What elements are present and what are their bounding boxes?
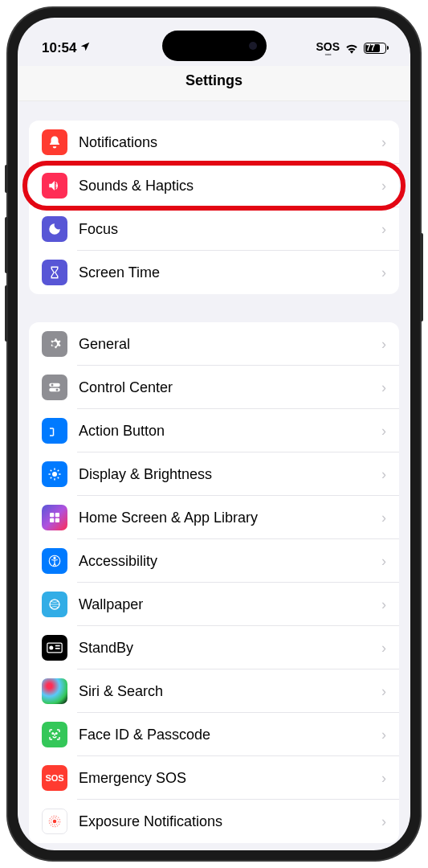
phone-frame: 10:54 SOS •••• 77 — [8, 8, 420, 860]
svg-point-17 — [56, 733, 58, 735]
row-label: Notifications — [79, 134, 381, 151]
svg-rect-1 — [49, 388, 60, 392]
chevron-right-icon: › — [381, 466, 386, 483]
chevron-right-icon: › — [381, 336, 386, 353]
svg-rect-6 — [55, 513, 59, 517]
chevron-right-icon: › — [381, 770, 386, 787]
battery-icon: 77 — [364, 43, 386, 54]
row-label: Sounds & Haptics — [79, 178, 381, 194]
sos-indicator: SOS •••• — [316, 39, 340, 56]
sounds-icon — [42, 173, 67, 199]
row-label: Accessibility — [79, 553, 381, 570]
chevron-right-icon: › — [381, 813, 386, 830]
chevron-right-icon: › — [381, 134, 386, 151]
face-id-icon — [42, 722, 67, 747]
settings-row-control-center[interactable]: Control Center › — [29, 366, 399, 409]
row-label: Face ID & Passcode — [79, 727, 381, 743]
settings-group-2: General › Control Center › Action Button… — [29, 322, 399, 843]
brightness-icon — [42, 461, 67, 487]
settings-row-face-id-passcode[interactable]: Face ID & Passcode › — [29, 713, 399, 756]
svg-rect-5 — [50, 513, 54, 517]
row-label: Control Center — [79, 379, 381, 396]
status-time: 10:54 — [42, 40, 76, 56]
settings-row-accessibility[interactable]: Accessibility › — [29, 539, 399, 583]
chevron-right-icon: › — [381, 379, 386, 396]
svg-point-3 — [56, 389, 59, 391]
chevron-right-icon: › — [381, 596, 386, 613]
row-label: Home Screen & App Library — [79, 510, 381, 526]
row-label: Emergency SOS — [79, 770, 381, 787]
svg-point-10 — [54, 557, 55, 559]
settings-row-standby[interactable]: StandBy › — [29, 626, 399, 669]
screen: 10:54 SOS •••• 77 — [18, 18, 410, 850]
side-button — [5, 217, 8, 273]
settings-row-display-brightness[interactable]: Display & Brightness › — [29, 452, 399, 496]
chevron-right-icon: › — [381, 221, 386, 238]
notifications-icon — [42, 129, 67, 155]
general-icon — [42, 331, 67, 357]
settings-row-wallpaper[interactable]: Wallpaper › — [29, 583, 399, 626]
chevron-right-icon: › — [381, 727, 386, 743]
row-label: Siri & Search — [79, 683, 381, 700]
row-label: Screen Time — [79, 264, 381, 281]
settings-row-exposure-notifications[interactable]: Exposure Notifications › — [29, 800, 399, 843]
svg-point-4 — [52, 472, 57, 477]
svg-point-13 — [49, 646, 53, 650]
row-label: Focus — [79, 221, 381, 238]
chevron-right-icon: › — [381, 178, 386, 194]
side-button — [5, 165, 8, 193]
row-label: Wallpaper — [79, 596, 381, 613]
control-center-icon — [42, 375, 67, 400]
chevron-right-icon: › — [381, 640, 386, 657]
row-label: General — [79, 336, 381, 353]
settings-row-focus[interactable]: Focus › — [29, 207, 399, 251]
side-button — [420, 233, 423, 321]
settings-row-sounds-haptics[interactable]: Sounds & Haptics › — [29, 164, 399, 207]
svg-rect-7 — [50, 518, 54, 522]
chevron-right-icon: › — [381, 423, 386, 440]
row-label: StandBy — [79, 640, 381, 657]
action-button-icon — [42, 418, 67, 444]
dynamic-island — [162, 31, 267, 61]
svg-point-2 — [51, 384, 54, 387]
focus-icon — [42, 216, 67, 242]
settings-row-emergency-sos[interactable]: SOS Emergency SOS › — [29, 756, 399, 800]
chevron-right-icon: › — [381, 683, 386, 700]
settings-group-1: Notifications › Sounds & Haptics › Focus — [29, 121, 399, 294]
svg-point-18 — [53, 820, 57, 824]
chevron-right-icon: › — [381, 510, 386, 526]
status-right: SOS •••• 77 — [316, 39, 386, 56]
svg-rect-0 — [49, 383, 60, 387]
settings-row-notifications[interactable]: Notifications › — [29, 121, 399, 164]
page-title: Settings — [18, 66, 410, 101]
settings-row-screen-time[interactable]: Screen Time › — [29, 251, 399, 294]
side-button — [5, 285, 8, 342]
svg-point-16 — [52, 733, 54, 735]
status-left: 10:54 — [42, 40, 91, 56]
emergency-sos-icon: SOS — [42, 765, 67, 791]
settings-content[interactable]: Notifications › Sounds & Haptics › Focus — [18, 101, 410, 850]
accessibility-icon — [42, 548, 67, 574]
settings-row-siri-search[interactable]: Siri & Search › — [29, 669, 399, 713]
siri-icon — [42, 678, 67, 704]
home-screen-icon — [42, 505, 67, 530]
svg-rect-8 — [55, 518, 59, 522]
camera-dot — [249, 42, 257, 50]
row-label: Action Button — [79, 423, 381, 440]
svg-rect-14 — [55, 645, 60, 647]
chevron-right-icon: › — [381, 264, 386, 281]
location-icon — [79, 40, 91, 56]
chevron-right-icon: › — [381, 553, 386, 570]
screen-time-icon — [42, 260, 67, 285]
row-label: Exposure Notifications — [79, 813, 381, 830]
settings-row-general[interactable]: General › — [29, 322, 399, 366]
svg-rect-15 — [55, 648, 60, 649]
standby-icon — [42, 635, 67, 661]
exposure-icon — [42, 809, 67, 834]
settings-row-action-button[interactable]: Action Button › — [29, 409, 399, 452]
row-label: Display & Brightness — [79, 466, 381, 483]
settings-row-home-screen[interactable]: Home Screen & App Library › — [29, 496, 399, 539]
wallpaper-icon — [42, 592, 67, 617]
wifi-icon — [344, 43, 359, 54]
